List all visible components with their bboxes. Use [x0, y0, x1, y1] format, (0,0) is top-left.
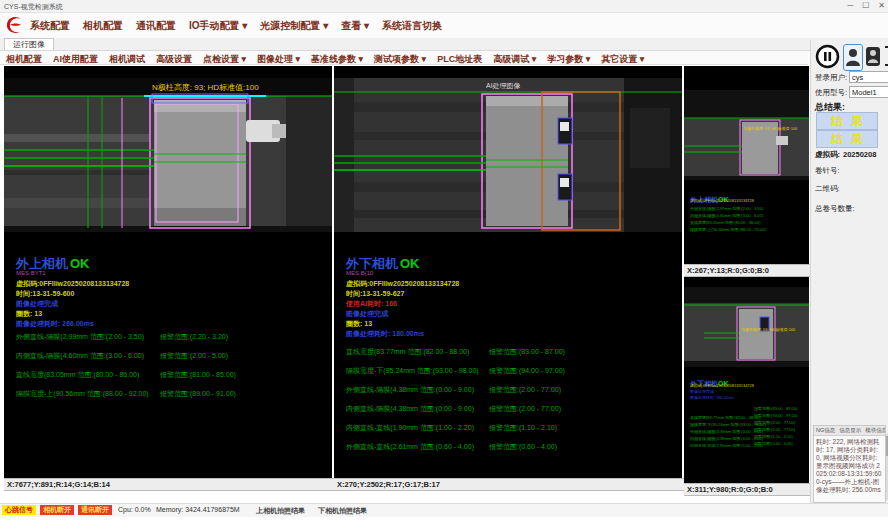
cell-count-label: 总卷号数量:	[815, 204, 855, 214]
result-box-top: 结果	[816, 112, 878, 130]
measurement-alarm: 报警范围:(2.20 - 3.20)	[160, 332, 228, 342]
middle-measurement-list: 直线宽度(83.77mm 范围:(82.00 - 88.00) 报警范围:(83…	[346, 347, 678, 461]
menu-item-system-config[interactable]: 系统配置	[30, 19, 70, 33]
right-top-coordinate-strip: X:267;Y:13;R:0;G:0;B:0	[684, 264, 812, 277]
toolbar-camera-config[interactable]: 相机配置	[6, 53, 42, 66]
left-elapsed-line: 图像处理耗时: 266.00ms	[16, 319, 94, 329]
mini-row-alarm: 报警范围:(1.10 - 2.10)	[754, 433, 793, 440]
toolbar-plc-address-table[interactable]: PLC地址表	[437, 53, 482, 66]
measurement-alarm: 报警范围:(2.00 - 5.00)	[160, 351, 228, 361]
app-logo-icon	[4, 14, 26, 40]
logout-button[interactable]	[883, 45, 888, 71]
measurement-alarm: 报警范围:(0.60 - 4.00)	[489, 442, 557, 452]
menubar: 系统配置 相机配置 通讯配置 IO手动配置 ▾ 光源控制配置 ▾ 查看 ▾ 系统…	[0, 13, 888, 39]
measurement-alarm: 报警范围:(83.00 - 87.00)	[489, 347, 565, 357]
mini-row-alarm: 报警范围:(2.00 - 77.00)	[754, 426, 795, 433]
right-bottom-coordinate-strip: X:311;Y:980;R:0;G:0;B:0	[684, 483, 812, 496]
middle-camera-title: 外下相机	[346, 256, 398, 271]
user-mode-button[interactable]	[843, 44, 863, 71]
toolbar-baseline-params[interactable]: 基准线参数 ▾	[311, 53, 363, 66]
right-top-camera-image[interactable]: N极柱高度: 93; HD标准值:100	[684, 90, 809, 180]
memory-usage: Memory: 3424.41796875M	[156, 506, 240, 513]
mini-row: 直线宽度(83.05mm 范围:(80.00 - 86.00)	[690, 219, 805, 226]
minimize-button[interactable]: ─	[847, 1, 853, 10]
measurement-text: 外侧直线-隔膜(2.99mm 范围:(2.00 - 3.50)	[16, 332, 144, 342]
menu-item-camera-config[interactable]: 相机配置	[83, 19, 123, 33]
log-text: 耗时: 222, 网络检测耗时: 17, 网络分类耗时: 0, 网络视频分区耗时…	[814, 436, 885, 496]
left-status-line: 图像处理完成	[16, 299, 58, 309]
pin-number-label: 卷针号:	[815, 166, 840, 176]
left-camera-image[interactable]: N极柱高度: 93; HD标准值:100	[4, 78, 332, 232]
middle-mes-line: MES:B(10	[346, 270, 373, 276]
toolbar-image-processing[interactable]: 图像处理 ▾	[257, 53, 300, 66]
middle-camera-result: OK	[400, 256, 420, 271]
toolbar-camera-debug[interactable]: 相机调试	[109, 53, 145, 66]
mini-row-alarm: 报警范围:(0.60 - 4.00)	[754, 440, 793, 447]
pause-button[interactable]	[815, 44, 840, 73]
measurement-row: 隔膜宽度-下(95.24mm 范围:(93.00 - 98.00) 报警范围:(…	[346, 366, 678, 385]
right-top-camera-panel: N极柱高度: 93; HD标准值:100 外上相机OK 虚拟码:0FFIIiw2…	[684, 66, 809, 264]
measurement-text: 直线宽度(83.05mm 范围:(80.00 - 86.00)	[16, 370, 139, 380]
toolbar-advanced-settings[interactable]: 高级设置	[156, 53, 192, 66]
toolbar-advanced-debug[interactable]: 高级调试 ▾	[493, 53, 536, 66]
result-box-bottom: 结果	[816, 130, 878, 148]
measurement-text: 内侧直线-直线(1.90mm 范围:(1.00 - 2.20)	[346, 423, 474, 433]
tab-row: 运行图像	[0, 38, 888, 51]
toolbar-other-settings[interactable]: 其它设置 ▾	[601, 53, 644, 66]
exit-door-icon	[883, 45, 888, 67]
window-title: CYS-视觉检测系统	[4, 2, 63, 12]
mini-row-alarm: 报警范围:(2.00 - 77.00)	[754, 419, 795, 426]
log-panel: NG信息 信息显示 模块信息 耗时: 222, 网络检测耗时: 17, 网络分类…	[813, 425, 886, 503]
toolbar-spot-check[interactable]: 点检设置 ▾	[203, 53, 246, 66]
menu-item-io-manual-config[interactable]: IO手动配置 ▾	[189, 19, 247, 33]
close-button[interactable]: ✕	[878, 1, 885, 10]
user-dark-icon	[866, 47, 880, 66]
measurement-row: 内侧直线-隔膜(4.60mm 范围:(3.00 - 6.00) 报警范围:(2.…	[16, 351, 328, 370]
mini-row-alarm: 报警范围:(94.00 - 97.00)	[754, 412, 797, 419]
tab-run-image[interactable]: 运行图像	[4, 38, 54, 50]
middle-coordinate-strip: X:270;Y:2502;R:17;G:17;B:17	[334, 478, 685, 491]
measurement-row: 外侧直线-隔膜(2.99mm 范围:(2.00 - 3.50) 报警范围:(2.…	[16, 332, 328, 351]
log-tab-module-info[interactable]: 模块信息	[865, 427, 886, 434]
admin-mode-button[interactable]	[866, 47, 880, 66]
app-window: CYS-视觉检测系统 ─ ☐ ✕ 系统配置 相机配置 通讯配置 IO手动配置 ▾…	[0, 0, 888, 522]
login-user-input[interactable]	[849, 71, 888, 83]
middle-overlay-label: AI处理图像	[486, 82, 521, 90]
toolbar-learning-params[interactable]: 学习参数 ▾	[547, 53, 590, 66]
login-user-label: 登录用户:	[815, 73, 847, 83]
measurement-row: 隔膜宽度-上(90.56mm 范围:(88.00 - 92.00) 报警范围:(…	[16, 389, 328, 408]
virtual-code-label: 虚拟码:	[815, 150, 840, 160]
bottom-camera-result-status: 下相机拍照结果	[318, 506, 367, 516]
left-mes-line: MES:BYT1	[16, 270, 46, 276]
menu-item-light-control-config[interactable]: 光源控制配置 ▾	[260, 19, 328, 33]
measurement-row: 内侧直线-隔膜(4.38mm 范围:(0.00 - 9.00) 报警范围:(2.…	[346, 404, 678, 423]
middle-camera-image[interactable]: AI处理图像	[334, 78, 682, 232]
left-time-line: 时间:13-31-59-600	[16, 289, 74, 299]
measurement-text: 内侧直线-隔膜(4.60mm 范围:(3.00 - 6.00)	[16, 351, 144, 361]
qr-code-label: 二维码:	[815, 184, 840, 194]
model-input[interactable]	[849, 86, 888, 98]
toolbar-test-params[interactable]: 测试项参数 ▾	[374, 53, 426, 66]
measurement-row: 直线宽度(83.77mm 范围:(82.00 - 88.00) 报警范围:(83…	[346, 347, 678, 366]
maximize-button[interactable]: ☐	[862, 1, 869, 10]
menu-item-language-switch[interactable]: 系统语言切换	[382, 19, 442, 33]
right-bottom-camera-image[interactable]: N极柱高度: 93; HD标准值:100	[684, 287, 809, 367]
mini-row: 隔膜宽度-上(90.56mm 范围:(88.00 - 92.00)	[690, 226, 805, 233]
right-bottom-mini-elapsed: 图像处理耗时: 180.00ms	[690, 395, 734, 400]
measurement-row: 外侧直线-直线(2.61mm 范围:(0.60 - 4.00) 报警范围:(0.…	[346, 442, 678, 461]
right-top-mini-rows: 外侧直线-隔膜(2.99mm 范围:(2.00 - 3.50) 内侧直线-隔膜(…	[690, 205, 805, 233]
mini-row: 外侧直线-隔膜(2.99mm 范围:(2.00 - 3.50)	[690, 205, 805, 212]
menu-item-comm-config[interactable]: 通讯配置	[136, 19, 176, 33]
log-tab-ng-info[interactable]: NG信息	[816, 427, 835, 434]
toolbar-ai-use-config[interactable]: AI使用配置	[53, 53, 98, 66]
measurement-text: 外侧直线-直线(2.61mm 范围:(0.60 - 4.00)	[346, 442, 474, 452]
model-label: 使用型号:	[815, 88, 847, 98]
toolbar: 相机配置 AI使用配置 相机调试 高级设置 点检设置 ▾ 图像处理 ▾ 基准线参…	[0, 51, 808, 65]
status-bar: 心跳信号 相机断开 通讯断开 Cpu: 0.0% Memory: 3424.41…	[0, 503, 888, 517]
measurement-text: 内侧直线-隔膜(4.38mm 范围:(0.00 - 9.00)	[346, 404, 474, 414]
measurement-text: 隔膜宽度-上(90.56mm 范围:(88.00 - 92.00)	[16, 389, 149, 399]
camera-status-badge: 相机断开	[40, 505, 74, 515]
measurement-text: 隔膜宽度-下(95.24mm 范围:(93.00 - 98.00)	[346, 366, 479, 376]
menu-item-view[interactable]: 查看 ▾	[341, 19, 369, 33]
log-tab-info-display[interactable]: 信息显示	[839, 427, 861, 434]
